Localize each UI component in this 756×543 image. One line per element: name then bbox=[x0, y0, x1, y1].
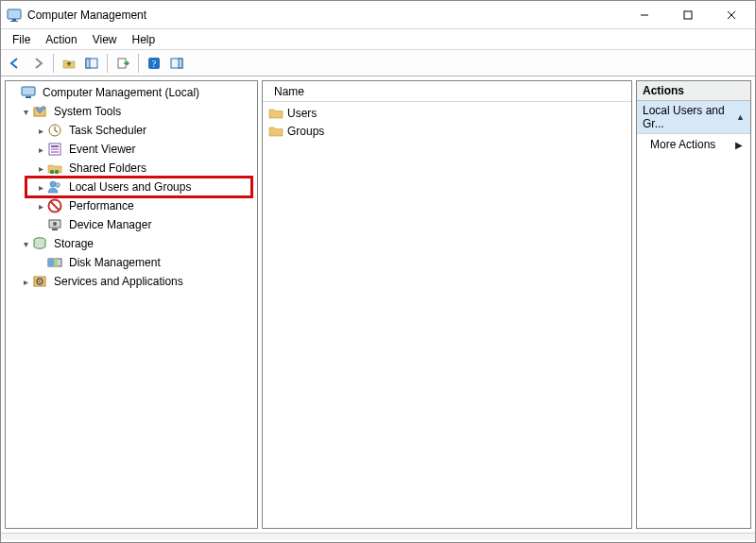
toolbar-separator bbox=[138, 54, 139, 73]
svg-rect-4 bbox=[684, 11, 692, 19]
show-hide-tree-button[interactable] bbox=[81, 53, 102, 74]
up-folder-button[interactable] bbox=[59, 53, 79, 74]
services-apps-icon bbox=[32, 274, 47, 289]
toolbar-separator bbox=[53, 54, 54, 73]
clock-icon bbox=[47, 123, 62, 138]
navigation-tree: Computer Management (Local) ▾ System Too… bbox=[6, 81, 257, 293]
list-item-label: Groups bbox=[287, 125, 324, 138]
svg-rect-0 bbox=[8, 9, 21, 19]
svg-rect-14 bbox=[22, 87, 35, 95]
svg-point-22 bbox=[50, 170, 54, 174]
tree-services-apps[interactable]: ▸ Services and Applications bbox=[6, 272, 257, 291]
menubar: File Action View Help bbox=[1, 29, 755, 50]
svg-rect-1 bbox=[12, 19, 16, 21]
tree-panel: Computer Management (Local) ▾ System Too… bbox=[5, 80, 258, 529]
actions-panel: Actions Local Users and Gr... ▲ More Act… bbox=[636, 80, 751, 529]
list-header[interactable]: Name bbox=[263, 81, 631, 102]
column-header-name[interactable]: Name bbox=[268, 83, 310, 100]
actions-more-actions[interactable]: More Actions ▶ bbox=[637, 134, 750, 155]
menu-action[interactable]: Action bbox=[38, 31, 84, 48]
close-button[interactable] bbox=[710, 1, 753, 29]
list-item-users[interactable]: Users bbox=[265, 104, 629, 122]
tree-system-tools[interactable]: ▾ System Tools bbox=[6, 102, 257, 121]
storage-icon bbox=[32, 236, 47, 251]
system-tools-icon bbox=[32, 104, 47, 119]
chevron-right-icon[interactable]: ▸ bbox=[34, 182, 47, 193]
chevron-right-icon[interactable]: ▸ bbox=[34, 163, 47, 174]
actions-group-label: Local Users and Gr... bbox=[643, 104, 736, 130]
svg-rect-20 bbox=[51, 148, 59, 150]
back-button[interactable] bbox=[5, 53, 26, 74]
window-title: Computer Management bbox=[27, 8, 623, 22]
tree-root-label: Computer Management (Local) bbox=[40, 85, 202, 100]
svg-line-27 bbox=[50, 201, 60, 211]
tree-event-viewer-label: Event Viewer bbox=[66, 142, 138, 157]
list-body: Users Groups bbox=[263, 102, 631, 142]
tree-storage[interactable]: ▾ Storage bbox=[6, 234, 257, 253]
toolbar-separator bbox=[107, 54, 108, 73]
minimize-button[interactable] bbox=[623, 1, 666, 29]
svg-rect-29 bbox=[52, 229, 58, 230]
tree-local-users-groups-label: Local Users and Groups bbox=[66, 179, 194, 195]
menu-help[interactable]: Help bbox=[125, 31, 163, 48]
chevron-right-icon[interactable]: ▸ bbox=[34, 144, 47, 155]
actions-group-header[interactable]: Local Users and Gr... ▲ bbox=[637, 101, 750, 134]
tree-device-manager[interactable]: Device Manager bbox=[6, 215, 257, 234]
computer-management-icon bbox=[21, 85, 36, 100]
disk-management-icon bbox=[47, 255, 62, 270]
performance-icon bbox=[47, 198, 62, 213]
menu-view[interactable]: View bbox=[85, 31, 125, 48]
local-users-groups-icon bbox=[47, 179, 62, 195]
chevron-down-icon[interactable]: ▾ bbox=[19, 107, 32, 117]
collapse-icon[interactable]: ▲ bbox=[736, 112, 745, 122]
chevron-right-icon[interactable]: ▸ bbox=[34, 201, 47, 212]
tree-performance-label: Performance bbox=[66, 198, 137, 213]
show-hide-action-pane-button[interactable] bbox=[166, 53, 187, 74]
tree-system-tools-label: System Tools bbox=[51, 104, 124, 119]
tree-disk-management-label: Disk Management bbox=[66, 255, 163, 270]
maximize-button[interactable] bbox=[666, 1, 710, 29]
svg-rect-34 bbox=[54, 259, 58, 266]
tree-local-users-groups[interactable]: ▸ Local Users and Groups bbox=[6, 178, 257, 196]
svg-rect-13 bbox=[179, 59, 182, 68]
app-icon bbox=[7, 8, 22, 23]
tree-event-viewer[interactable]: ▸ Event Viewer bbox=[6, 140, 257, 159]
toolbar: ? bbox=[1, 50, 755, 76]
svg-rect-15 bbox=[26, 96, 31, 98]
event-viewer-icon bbox=[47, 142, 62, 157]
tree-device-manager-label: Device Manager bbox=[66, 217, 154, 232]
help-button[interactable]: ? bbox=[144, 53, 164, 74]
actions-title: Actions bbox=[637, 81, 750, 101]
svg-point-37 bbox=[39, 280, 41, 282]
tree-performance[interactable]: ▸ Performance bbox=[6, 196, 257, 215]
main-area: Computer Management (Local) ▾ System Too… bbox=[1, 76, 755, 533]
titlebar: Computer Management bbox=[1, 1, 755, 29]
svg-point-23 bbox=[55, 170, 59, 174]
chevron-right-icon[interactable]: ▸ bbox=[19, 277, 32, 287]
tree-storage-label: Storage bbox=[51, 236, 96, 251]
submenu-arrow-icon: ▶ bbox=[735, 140, 743, 150]
tree-shared-folders-label: Shared Folders bbox=[66, 161, 149, 176]
menu-file[interactable]: File bbox=[5, 31, 38, 48]
chevron-right-icon[interactable]: ▸ bbox=[34, 126, 47, 136]
list-item-groups[interactable]: Groups bbox=[265, 122, 629, 140]
statusbar bbox=[1, 533, 755, 540]
tree-task-scheduler-label: Task Scheduler bbox=[66, 123, 149, 138]
chevron-down-icon[interactable]: ▾ bbox=[19, 239, 32, 249]
folder-icon bbox=[268, 124, 284, 139]
tree-task-scheduler[interactable]: ▸ Task Scheduler bbox=[6, 121, 257, 140]
svg-rect-21 bbox=[51, 151, 59, 153]
svg-point-30 bbox=[53, 222, 57, 226]
tree-disk-management[interactable]: Disk Management bbox=[6, 253, 257, 272]
tree-root[interactable]: Computer Management (Local) bbox=[6, 83, 257, 102]
svg-rect-8 bbox=[86, 59, 90, 68]
export-list-button[interactable] bbox=[112, 53, 133, 74]
device-manager-icon bbox=[47, 217, 62, 232]
svg-text:?: ? bbox=[152, 59, 157, 69]
folder-icon bbox=[268, 106, 284, 121]
svg-point-24 bbox=[50, 181, 56, 187]
svg-point-25 bbox=[56, 183, 60, 188]
tree-shared-folders[interactable]: ▸ Shared Folders bbox=[6, 159, 257, 178]
forward-button[interactable] bbox=[27, 53, 48, 74]
svg-rect-2 bbox=[10, 21, 18, 22]
